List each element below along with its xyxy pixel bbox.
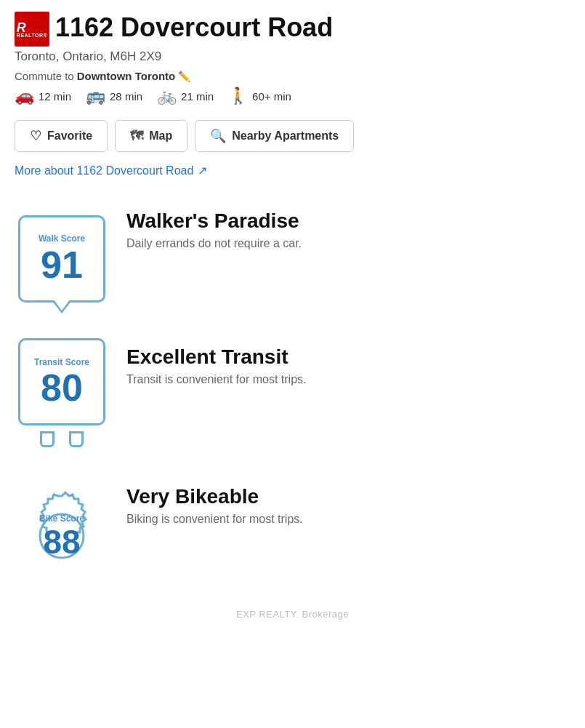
car-icon: 🚗 <box>15 87 34 105</box>
bike-score-info: Very Bikeable Biking is convenient for m… <box>126 478 303 526</box>
map-label: Map <box>149 129 172 143</box>
map-button[interactable]: 🗺 Map <box>115 120 187 152</box>
bus-time: 28 min <box>110 90 142 103</box>
edit-icon[interactable]: ✏️ <box>178 71 190 82</box>
transit-leg-left <box>40 431 55 447</box>
transit-score-info: Excellent Transit Transit is convenient … <box>126 338 307 386</box>
walk-score-label: Walk Score <box>39 233 85 244</box>
bus-icon: 🚌 <box>86 87 105 105</box>
buttons-row: ♡ Favorite 🗺 Map 🔍 Nearby Apartments <box>15 120 570 152</box>
property-subtitle: Toronto, Ontario, M6H 2X9 <box>15 49 570 64</box>
bike-score-label: Bike Score <box>39 513 84 524</box>
more-link-text: More about 1162 Dovercourt Road <box>15 164 193 177</box>
transport-bike: 🚲 21 min <box>157 87 214 105</box>
transport-car: 🚗 12 min <box>15 87 71 105</box>
transit-score-title: Excellent Transit <box>126 345 307 369</box>
transit-leg-right <box>69 431 84 447</box>
map-icon: 🗺 <box>130 129 143 144</box>
transit-score-label: Transit Score <box>34 357 89 367</box>
favorite-label: Favorite <box>47 129 92 143</box>
walk-score-badge: Walk Score 91 <box>15 202 109 315</box>
walk-score-number: 91 <box>41 246 83 284</box>
car-time: 12 min <box>39 90 71 103</box>
transit-legs <box>40 431 84 447</box>
favorite-button[interactable]: ♡ Favorite <box>15 120 108 152</box>
transit-score-shape: Transit Score 80 <box>18 338 105 425</box>
transport-walk: 🚶 60+ min <box>228 87 291 105</box>
realtor-logo: R REALTOR® <box>15 12 49 47</box>
commute-row: Commute to Downtown Toronto ✏️ <box>15 70 570 82</box>
external-link-icon: ↗ <box>198 164 207 177</box>
transport-bus: 🚌 28 min <box>86 87 142 105</box>
walk-score-info: Walker's Paradise Daily errands do not r… <box>126 202 302 250</box>
walk-score-row: Walk Score 91 Walker's Paradise Daily er… <box>15 202 570 315</box>
bike-score-desc: Biking is convenient for most trips. <box>126 513 303 526</box>
bike-score-row: Bike Score 88 Very Bikeable Biking is co… <box>15 478 570 594</box>
walk-score-title: Walker's Paradise <box>126 209 302 233</box>
commute-prefix: Commute to <box>15 70 74 82</box>
walk-score-desc: Daily errands do not require a car. <box>126 237 302 250</box>
transit-score-row: Transit Score 80 Excellent Transit Trans… <box>15 338 570 455</box>
header: R REALTOR® 1162 Dovercourt Road Toronto,… <box>15 12 570 198</box>
bike-score-title: Very Bikeable <box>126 485 303 508</box>
property-title: 1162 Dovercourt Road <box>55 13 333 42</box>
watermark: EXP REALTY. Brokerage <box>15 609 570 620</box>
bike-icon: 🚲 <box>157 87 177 105</box>
search-icon: 🔍 <box>210 128 226 144</box>
bike-score-inner: Bike Score 88 <box>39 513 84 559</box>
walk-icon: 🚶 <box>228 87 248 105</box>
commute-destination: Downtown Toronto <box>77 70 176 82</box>
heart-icon: ♡ <box>30 128 41 144</box>
bike-score-badge: Bike Score 88 <box>15 478 109 594</box>
nearby-label: Nearby Apartments <box>232 129 339 143</box>
walk-time: 60+ min <box>252 90 291 103</box>
bike-score-number: 88 <box>43 525 80 559</box>
bike-score-gear: Bike Score 88 <box>15 489 109 583</box>
walk-score-shape: Walk Score 91 <box>18 215 105 303</box>
transport-row: 🚗 12 min 🚌 28 min 🚲 21 min 🚶 60+ min <box>15 87 570 105</box>
transit-score-desc: Transit is convenient for most trips. <box>126 373 307 386</box>
scores-section: Walk Score 91 Walker's Paradise Daily er… <box>15 202 570 594</box>
more-link[interactable]: More about 1162 Dovercourt Road ↗ <box>15 164 207 177</box>
transit-score-number: 80 <box>41 369 83 407</box>
bike-time: 21 min <box>181 90 214 103</box>
nearby-apartments-button[interactable]: 🔍 Nearby Apartments <box>195 120 354 152</box>
transit-score-badge: Transit Score 80 <box>15 338 109 455</box>
